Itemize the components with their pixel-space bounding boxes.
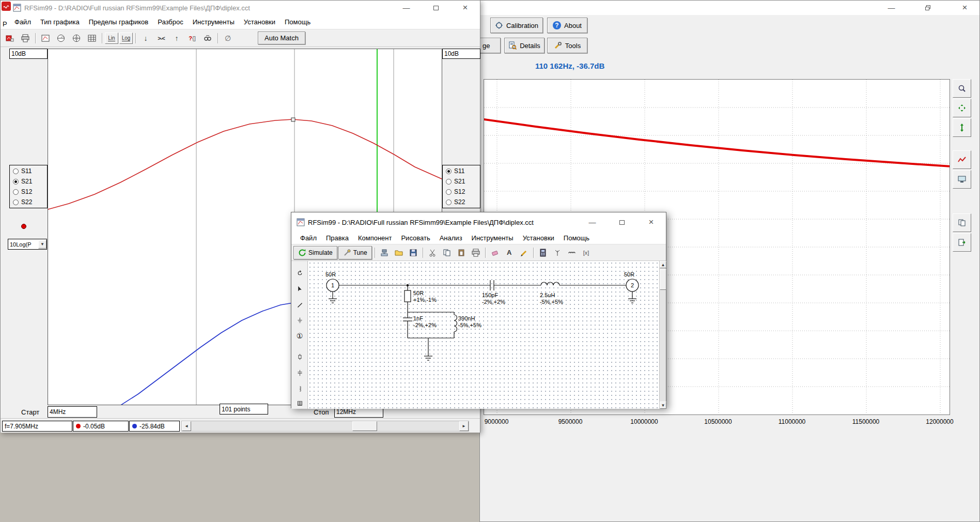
menu-item[interactable]: Помощь — [280, 16, 315, 28]
graph-type-button[interactable] — [38, 32, 53, 44]
series-inductor-value[interactable]: 2.5uH — [540, 292, 555, 298]
about-button[interactable]: ? About — [547, 18, 587, 33]
schematic-titlebar[interactable]: RFSim99 - D:\RADIO\Full russian RFSimm99… — [291, 212, 666, 232]
points-input[interactable] — [220, 404, 268, 414]
inductor-tool[interactable] — [293, 382, 306, 395]
trace-marker[interactable] — [291, 118, 295, 121]
marker-down-button[interactable]: ↓ — [138, 32, 153, 44]
ground-tool[interactable] — [293, 313, 306, 327]
scroll-up-button[interactable]: ▲ — [660, 261, 666, 268]
resistor-tolerance[interactable]: +1%,-1% — [413, 297, 437, 303]
simulate-button[interactable]: Simulate — [293, 246, 337, 259]
close-button[interactable]: × — [636, 212, 666, 232]
antenna-tool-button[interactable] — [551, 247, 564, 259]
menu-item[interactable]: Инструменты — [467, 232, 518, 244]
maximize-button[interactable] — [607, 212, 636, 232]
dropdown-arrow-icon[interactable]: ▼ — [38, 240, 46, 249]
schematic-canvas[interactable]: 1 2 50R 50R 50R +1%,-1% 150pF -2%,+2% 2.… — [308, 261, 659, 409]
minimize-button[interactable]: — — [877, 1, 906, 15]
save-button[interactable] — [407, 247, 420, 259]
erase-button[interactable] — [488, 247, 502, 259]
sparam-option-s22[interactable]: S22 — [443, 197, 480, 207]
sparam-option-s11[interactable]: S11 — [443, 166, 480, 176]
zoom-button[interactable] — [953, 79, 971, 98]
menu-item[interactable]: Инструменты — [188, 16, 239, 28]
spec-tool-button[interactable]: [x] — [580, 247, 593, 259]
capacitor-tool[interactable] — [293, 366, 306, 379]
menu-item[interactable]: Компонент — [353, 232, 397, 244]
copy-button[interactable] — [440, 247, 454, 259]
trace-style-button[interactable] — [953, 150, 971, 169]
open-button[interactable] — [392, 247, 406, 259]
port2-number[interactable]: 2 — [631, 282, 634, 288]
pointer-tool[interactable] — [293, 282, 306, 296]
menu-item[interactable]: Помощь — [559, 232, 594, 244]
tune-button[interactable]: Tune — [338, 246, 372, 259]
graph-titlebar[interactable]: RFSim99 - D:\RADIO\Full russian RFSimm99… — [1, 1, 480, 15]
draw-tool-button[interactable] — [517, 247, 531, 259]
marker-up-button[interactable]: ↑ — [169, 32, 184, 44]
port-tool[interactable]: ① — [293, 329, 306, 343]
cut-button[interactable] — [426, 247, 439, 259]
port1-number[interactable]: 1 — [331, 282, 334, 288]
menu-item[interactable]: Установки — [239, 16, 280, 28]
minimize-button[interactable]: — — [392, 1, 421, 15]
shunt-inductor-tolerance[interactable]: -5%,+5% — [458, 322, 481, 328]
sparam-option-s21[interactable]: S21 — [10, 176, 47, 187]
smith-chart-button[interactable] — [54, 32, 68, 44]
polar-chart-button[interactable] — [69, 32, 84, 44]
close-button[interactable]: × — [950, 1, 979, 15]
change-button-partial[interactable]: ge — [480, 38, 501, 53]
shunt-inductor-value[interactable]: 390nH — [458, 315, 475, 321]
sparam-option-s12[interactable]: S12 — [10, 187, 47, 197]
restore-button[interactable] — [913, 1, 943, 15]
shunt-capacitor-tolerance[interactable]: -2%,+2% — [413, 322, 437, 328]
log-scale-button[interactable]: Log — [119, 33, 133, 44]
coil-tool-button[interactable] — [565, 247, 579, 259]
paste-button[interactable] — [455, 247, 468, 259]
series-inductor-tolerance[interactable]: -5%,+5% — [540, 299, 563, 305]
menu-item[interactable]: Разброс — [153, 16, 188, 28]
scroll-left-button[interactable]: ◄ — [182, 421, 191, 431]
print-button[interactable] — [18, 32, 33, 44]
disable-button[interactable]: ∅ — [221, 32, 235, 44]
details-button[interactable]: Details — [504, 38, 545, 53]
shunt-capacitor-value[interactable]: 1nF — [413, 315, 423, 321]
sparam-option-s22[interactable]: S22 — [10, 197, 47, 207]
minimize-button[interactable]: — — [578, 212, 607, 232]
close-button[interactable]: × — [450, 1, 480, 15]
start-frequency-input[interactable] — [48, 406, 97, 418]
fit-view-button[interactable] — [953, 99, 971, 117]
menu-item[interactable]: Файл — [295, 232, 321, 244]
new-component-button[interactable] — [378, 247, 391, 259]
block-tool[interactable] — [293, 396, 306, 410]
menu-item[interactable]: Тип графика — [36, 16, 84, 28]
scroll-right-button[interactable]: ► — [459, 421, 469, 431]
scroll-thumb[interactable] — [352, 421, 377, 431]
series-capacitor-value[interactable]: 150pF — [482, 292, 498, 298]
port1-label[interactable]: 50R — [325, 271, 336, 278]
marker-search-button[interactable] — [200, 32, 215, 44]
print-button[interactable] — [469, 247, 483, 259]
rotate-tool[interactable] — [293, 266, 306, 280]
linear-scale-button[interactable]: Lin — [105, 33, 118, 44]
menu-item[interactable]: Пределы графиков — [84, 16, 153, 28]
y-units-dropdown[interactable]: 10Log(P ▼ — [8, 239, 47, 250]
horizontal-scrollbar[interactable]: ◄ ► — [181, 421, 469, 432]
menu-item[interactable]: Анализ — [435, 232, 467, 244]
series-capacitor-tolerance[interactable]: -2%,+2% — [482, 299, 505, 305]
copy-graph-button[interactable] — [3, 32, 17, 44]
analyzer-titlebar[interactable]: — × — [480, 1, 979, 15]
text-tool-button[interactable]: A — [503, 247, 516, 259]
tools-button[interactable]: Tools — [547, 38, 587, 53]
calibration-button[interactable]: Calibration — [490, 18, 543, 33]
wire-tool[interactable] — [293, 298, 306, 312]
menu-item[interactable]: Установки — [518, 232, 559, 244]
port2-label[interactable]: 50R — [624, 271, 634, 278]
auto-match-button[interactable]: Auto Match — [258, 32, 305, 44]
scroll-down-button[interactable]: ▼ — [660, 402, 666, 409]
table-view-button[interactable] — [85, 32, 99, 44]
menu-item[interactable]: Правка — [321, 232, 353, 244]
menu-item[interactable]: Файл — [10, 16, 36, 28]
sparam-option-s11[interactable]: S11 — [10, 166, 47, 176]
